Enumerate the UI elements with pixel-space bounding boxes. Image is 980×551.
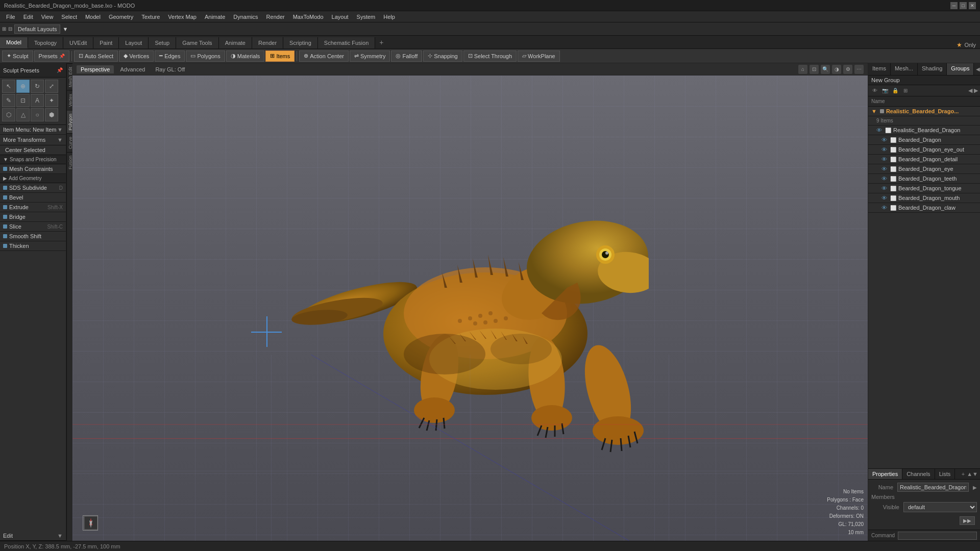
snaps-section-header[interactable]: ▼ Snaps and Precision <box>0 155 66 164</box>
sculpt-pin-icon[interactable]: 📌 <box>57 67 63 73</box>
tab-render[interactable]: Render <box>252 37 283 48</box>
close-button[interactable]: ✕ <box>969 2 976 9</box>
tool-icon-text[interactable]: A <box>31 94 44 107</box>
extrude-item[interactable]: Extrude Shift-X <box>0 203 66 212</box>
tool-icon-select[interactable]: ↖ <box>2 80 15 93</box>
sds-subdivide-item[interactable]: SDS Subdivide D <box>0 183 66 193</box>
group-icon-camera[interactable]: 📷 <box>880 86 890 95</box>
group-item-root[interactable]: ▼ Realistic_Bearded_Drago... <box>868 107 980 116</box>
presets-button[interactable]: Presets 📌 <box>34 51 69 62</box>
menu-dynamics[interactable]: Dynamics <box>229 13 262 21</box>
edit-dropdown[interactable]: Edit ▼ <box>0 531 66 541</box>
group-item-1[interactable]: 👁 ⬜ Bearded_Dragon <box>868 135 980 145</box>
tab-setup[interactable]: Setup <box>149 37 176 48</box>
smooth-shift-item[interactable]: Smooth Shift <box>0 232 66 241</box>
right-tab-groups[interactable]: Groups <box>947 63 974 75</box>
vp-extra-icon[interactable]: ⋯ <box>854 65 864 74</box>
vp-display-icon[interactable]: ◑ <box>832 65 841 74</box>
menu-render[interactable]: Render <box>262 13 289 21</box>
group-item-5[interactable]: 👁 ⬜ Bearded_Dragon_teeth <box>868 174 980 184</box>
snapping-button[interactable]: ⊹ Snapping <box>423 51 462 62</box>
sculpt-button[interactable]: ✦ Sculpt <box>2 51 33 62</box>
vp-settings-icon[interactable]: ⚙ <box>843 65 852 74</box>
viewport-content[interactable]: No Items Polygons : Face Channels: 0 Def… <box>72 76 868 541</box>
group-item-2[interactable]: 👁 ⬜ Bearded_Dragon_eye_out <box>868 145 980 155</box>
tab-animate[interactable]: Animate <box>219 37 252 48</box>
group-icon-eye[interactable]: 👁 <box>870 86 879 95</box>
tool-icon-edit[interactable]: ⊡ <box>16 94 30 107</box>
tab-uvedit[interactable]: UVEdit <box>63 37 93 48</box>
tool-icon-extra[interactable]: ✦ <box>45 94 58 107</box>
falloff-button[interactable]: ◎ Falloff <box>391 51 422 62</box>
vtab-fusion[interactable]: Fusion <box>67 152 72 172</box>
bottom-tab-properties[interactable]: Properties <box>868 469 902 479</box>
tab-schematic[interactable]: Schematic Fusion <box>318 37 375 48</box>
visible-select[interactable]: default yes no <box>903 502 977 512</box>
items-button[interactable]: ⊞ Items <box>265 51 295 62</box>
thicken-item[interactable]: Thicken <box>0 241 66 251</box>
minimize-button[interactable]: ─ <box>950 2 958 9</box>
menu-layout[interactable]: Layout <box>328 13 353 21</box>
workplane-button[interactable]: ▱ WorkPlane <box>518 51 560 62</box>
right-tab-mesh[interactable]: Mesh... <box>891 63 918 75</box>
group-item-7[interactable]: 👁 ⬜ Bearded_Dragon_mouth <box>868 193 980 203</box>
group-item-6[interactable]: 👁 ⬜ Bearded_Dragon_tongue <box>868 184 980 193</box>
symmetry-button[interactable]: ⇌ Symmetry <box>350 51 390 62</box>
bottom-tab-channels[interactable]: Channels <box>902 469 935 479</box>
expand-panel-button[interactable]: ▲ <box>967 471 972 477</box>
bevel-item[interactable]: Bevel <box>0 193 66 203</box>
right-sidebar-expand[interactable]: ▶ <box>974 87 978 94</box>
tab-topology[interactable]: Topology <box>28 37 63 48</box>
tab-scripting[interactable]: Scripting <box>283 37 318 48</box>
auto-select-button[interactable]: ⊡ Auto Select <box>74 51 118 62</box>
tool-icon-scale[interactable]: ⤢ <box>45 80 58 93</box>
select-through-button[interactable]: ⊡ Select Through <box>463 51 517 62</box>
mesh-constraints-item[interactable]: Mesh Constraints <box>0 164 66 174</box>
polygons-button[interactable]: ▭ Polygons <box>186 51 225 62</box>
vp-home-icon[interactable]: ⌂ <box>798 65 807 74</box>
vp-zoom-icon[interactable]: 🔍 <box>821 65 830 74</box>
command-input[interactable] <box>898 532 977 540</box>
right-tab-shading[interactable]: Shading <box>918 63 947 75</box>
menu-animate[interactable]: Animate <box>201 13 229 21</box>
name-arrow[interactable]: ▶ <box>973 485 977 490</box>
name-input[interactable] <box>897 483 969 492</box>
group-item-0[interactable]: 👁 ⬜ Realistic_Bearded_Dragon <box>868 126 980 135</box>
menu-maxtomodo[interactable]: MaxToModo <box>289 13 328 21</box>
tab-layout[interactable]: Layout <box>119 37 149 48</box>
tool-icon-pen[interactable]: ✎ <box>2 94 15 107</box>
vp-tab-advanced[interactable]: Advanced <box>116 65 149 73</box>
menu-system[interactable]: System <box>353 13 380 21</box>
bridge-item[interactable]: Bridge <box>0 212 66 222</box>
menu-view[interactable]: View <box>37 13 58 21</box>
menu-geometry[interactable]: Geometry <box>105 13 137 21</box>
more-transforms-arrow[interactable]: ▼ <box>57 137 63 143</box>
tool-icon-move[interactable]: ⊕ <box>16 80 30 93</box>
action-center-button[interactable]: ⊕ Action Center <box>299 51 349 62</box>
forward-button[interactable]: ▶▶ <box>960 516 975 525</box>
menu-vertex-map[interactable]: Vertex Map <box>164 13 201 21</box>
vp-fit-icon[interactable]: ⊡ <box>810 65 819 74</box>
right-sidebar-close[interactable]: ◀ <box>968 87 972 94</box>
vtab-vertex[interactable]: Vertex <box>67 90 72 110</box>
vertices-button[interactable]: ◆ Vertices <box>119 51 154 62</box>
tool-icon-rotate[interactable]: ↻ <box>31 80 44 93</box>
group-item-4[interactable]: 👁 ⬜ Bearded_Dragon_eye <box>868 164 980 174</box>
layout-dropdown[interactable]: Default Layouts <box>14 24 60 34</box>
tool-icon-shape2[interactable]: △ <box>16 108 30 121</box>
menu-model[interactable]: Model <box>81 13 105 21</box>
tab-paint[interactable]: Paint <box>93 37 119 48</box>
group-item-8[interactable]: 👁 ⬜ Bearded_Dragon_claw <box>868 203 980 213</box>
group-icon-lock[interactable]: 🔒 <box>891 86 900 95</box>
menu-file[interactable]: File <box>2 13 19 21</box>
materials-button[interactable]: ◑ Materials <box>226 51 265 62</box>
rt-expand-icon[interactable]: ◀ <box>976 66 980 72</box>
tool-icon-shape1[interactable]: ⬡ <box>2 108 15 121</box>
group-item-3[interactable]: 👁 ⬜ Bearded_Dragon_detail <box>868 155 980 164</box>
center-selected-item[interactable]: Center Selected <box>0 145 66 155</box>
viewport[interactable]: Perspective Advanced Ray GL: Off ⌂ ⊡ 🔍 ◑… <box>72 63 868 541</box>
menu-edit[interactable]: Edit <box>19 13 37 21</box>
tab-model[interactable]: Model <box>0 37 28 48</box>
maximize-button[interactable]: □ <box>960 2 967 9</box>
menu-help[interactable]: Help <box>379 13 399 21</box>
